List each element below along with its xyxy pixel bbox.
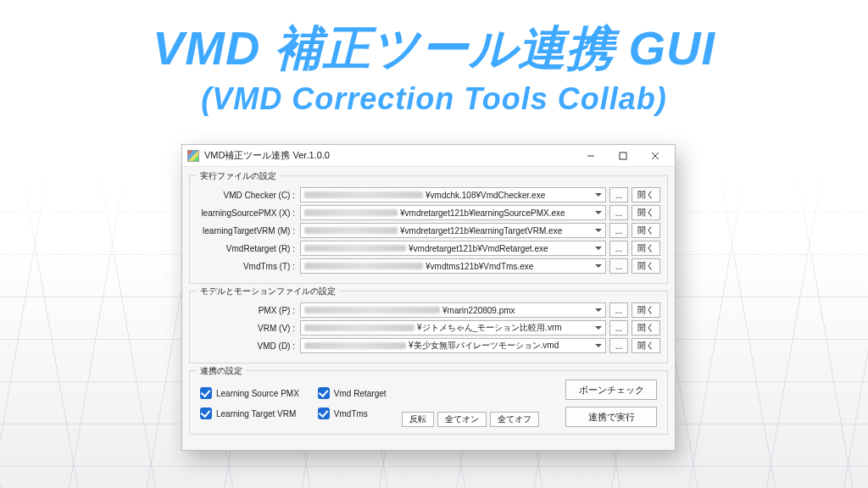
run-collab-button[interactable]: 連携で実行 [565,407,657,427]
browse-button[interactable]: ... [609,205,628,220]
row-vmdtms: VmdTms (T) : ¥vmdtms121b¥VmdTms.exe ... … [197,258,660,274]
path-combo[interactable]: ¥vmdretarget121b¥learningTargetVRM.exe [300,223,606,238]
label: learningTargetVRM (M) : [197,226,297,236]
path-combo[interactable]: ¥vmdretarget121b¥VmdRetarget.exe [300,241,606,256]
window-title: VMD補正ツール連携 Ver.1.0.0 [204,149,575,162]
row-vmdretarget: VmdRetarget (R) : ¥vmdretarget121b¥VmdRe… [197,241,660,256]
path-combo[interactable]: ¥vmdretarget121b¥learningSourcePMX.exe [300,205,606,220]
browse-button[interactable]: ... [609,338,628,353]
promo-title: VMD 補正ツール連携 GUI [0,17,868,81]
browse-button[interactable]: ... [609,223,628,238]
minimize-button[interactable] [575,147,607,165]
open-button[interactable]: 開く [632,338,660,353]
open-button[interactable]: 開く [632,258,660,274]
path-combo[interactable]: ¥vmdchk.108¥VmdChecker.exe [300,187,606,202]
close-button[interactable] [639,147,671,165]
row-learningsourcepmx: learningSourcePMX (X) : ¥vmdretarget121b… [197,205,660,220]
browse-button[interactable]: ... [609,187,628,202]
check-learning-source-pmx[interactable]: Learning Source PMX [200,387,299,399]
open-button[interactable]: 開く [632,320,660,336]
row-vmdchecker: VMD Checker (C) : ¥vmdchk.108¥VmdChecker… [197,187,660,202]
browse-button[interactable]: ... [609,258,628,274]
checkbox-icon [200,387,212,399]
row-pmx: PMX (P) : ¥marin220809.pmx ... 開く [197,302,660,318]
group-title: 実行ファイルの設定 [197,170,280,182]
label: learningSourcePMX (X) : [197,208,297,218]
label: VMD Checker (C) : [197,191,297,200]
invert-button[interactable]: 反転 [402,412,434,427]
window-content: 実行ファイルの設定 VMD Checker (C) : ¥vmdchk.108¥… [182,167,675,450]
all-on-button[interactable]: 全てオン [437,412,487,427]
title-bar[interactable]: VMD補正ツール連携 Ver.1.0.0 [182,145,675,167]
path-combo[interactable]: ¥vmdtms121b¥VmdTms.exe [300,258,606,274]
checkbox-icon [318,408,330,419]
label: VmdRetarget (R) : [197,244,297,253]
group-title: 連携の設定 [197,365,246,377]
row-vrm: VRM (V) : ¥ジトメちゃん_モーション比較用.vrm ... 開く [197,320,660,336]
check-vmd-retarget[interactable]: Vmd Retarget [318,387,387,399]
path-combo[interactable]: ¥ジトメちゃん_モーション比較用.vrm [300,320,606,336]
group-collab-settings: 連携の設定 Learning Source PMX Vmd Retarget L… [189,370,668,435]
open-button[interactable]: 開く [632,205,660,220]
maximize-button[interactable] [607,147,639,165]
label: VMD (D) : [197,341,297,351]
path-combo[interactable]: ¥marin220809.pmx [300,302,606,318]
path-combo[interactable]: ¥美少女無罪パイレーツモーション.vmd [300,338,606,353]
browse-button[interactable]: ... [609,302,628,318]
open-button[interactable]: 開く [632,223,660,238]
checkbox-icon [200,408,212,419]
open-button[interactable]: 開く [632,302,660,318]
row-vmd: VMD (D) : ¥美少女無罪パイレーツモーション.vmd ... 開く [197,338,660,353]
row-learningtargetvrm: learningTargetVRM (M) : ¥vmdretarget121b… [197,223,660,238]
bone-check-button[interactable]: ボーンチェック [565,380,657,400]
svg-rect-1 [620,152,626,159]
promo-subtitle: (VMD Correction Tools Collab) [0,81,868,117]
label: VRM (V) : [197,324,297,333]
label: VmdTms (T) : [197,262,297,271]
all-off-button[interactable]: 全てオフ [490,412,539,427]
checkbox-icon [318,387,330,399]
open-button[interactable]: 開く [632,241,660,256]
browse-button[interactable]: ... [609,241,628,256]
open-button[interactable]: 開く [632,187,660,202]
app-window: VMD補正ツール連携 Ver.1.0.0 実行ファイルの設定 VMD Check… [181,144,676,451]
browse-button[interactable]: ... [609,320,628,336]
group-model-motion: モデルとモーションファイルの設定 PMX (P) : ¥marin220809.… [189,291,668,363]
group-exec-files: 実行ファイルの設定 VMD Checker (C) : ¥vmdchk.108¥… [189,175,668,284]
app-icon [187,150,199,162]
label: PMX (P) : [197,306,297,315]
group-title: モデルとモーションファイルの設定 [197,286,339,297]
check-vmdtms[interactable]: VmdTms [318,408,387,419]
check-learning-target-vrm[interactable]: Learning Target VRM [200,408,299,419]
